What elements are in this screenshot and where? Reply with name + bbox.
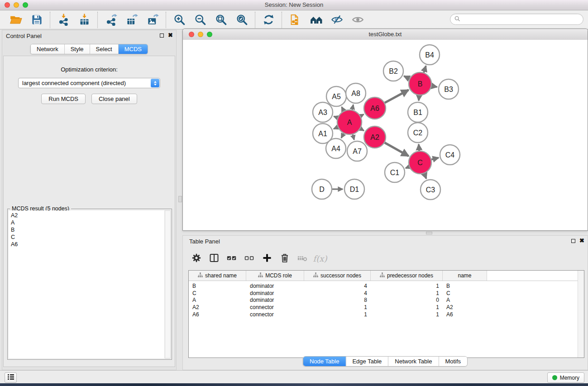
split-columns-button[interactable] <box>206 251 222 266</box>
search-input[interactable] <box>463 15 579 23</box>
graph-node-A4[interactable]: A4 <box>326 138 346 158</box>
graph-node-A6[interactable]: A6 <box>364 97 386 119</box>
graph-node-A2[interactable]: A2 <box>364 126 386 148</box>
column-header-predecessor-nodes[interactable]: predecessor nodes <box>371 271 443 281</box>
graph-node-D1[interactable]: D1 <box>344 179 364 199</box>
gear-button[interactable] <box>188 251 205 266</box>
table-float-panel-icon[interactable] <box>571 239 575 243</box>
horizontal-splitter-handle[interactable] <box>426 232 432 234</box>
tab-network-table[interactable]: Network Table <box>388 357 438 366</box>
close-panel-icon[interactable]: ✖ <box>168 33 173 38</box>
graph-node-A8[interactable]: A8 <box>346 83 366 103</box>
table-cell[interactable]: connector <box>246 304 304 310</box>
table-cell[interactable]: A <box>189 297 246 303</box>
graph-edge-C-C2[interactable] <box>419 144 419 151</box>
table-cell[interactable]: A2 <box>189 304 246 310</box>
close-panel-button[interactable]: Close panel <box>91 94 137 104</box>
table-cell[interactable]: A6 <box>443 311 487 318</box>
table-cell[interactable]: 1 <box>304 304 371 310</box>
graph-edge-A2-C[interactable] <box>385 143 409 156</box>
table-cell[interactable]: 1 <box>304 311 371 318</box>
optimization-criterion-select[interactable]: largest connected component (directed) <box>18 78 160 88</box>
graph-edge-B-B4[interactable] <box>424 66 426 73</box>
minimize-button[interactable] <box>14 2 19 8</box>
table-cell[interactable]: 1 <box>371 311 443 318</box>
table-cell[interactable]: 1 <box>371 304 443 310</box>
close-button[interactable] <box>5 2 10 8</box>
graph-node-C2[interactable]: C2 <box>408 123 428 143</box>
graph-edge-C-C4[interactable] <box>431 157 439 159</box>
trash-button[interactable] <box>277 251 293 266</box>
table-cell[interactable]: B <box>443 283 487 289</box>
graph-node-B1[interactable]: B1 <box>408 102 428 122</box>
graph-edge-A-A5[interactable] <box>342 107 344 111</box>
graph-node-A[interactable]: A <box>337 110 362 134</box>
graph-edge-C-C1[interactable] <box>406 167 409 168</box>
save-button[interactable] <box>28 12 46 28</box>
graph-edge-A6-B[interactable] <box>385 90 408 103</box>
memory-button[interactable]: Memory <box>547 372 584 383</box>
table-cell[interactable]: 4 <box>304 283 371 289</box>
table-cell[interactable]: 8 <box>304 297 371 303</box>
graph-edge-A-A4[interactable] <box>341 133 344 138</box>
column-header-successor-nodes[interactable]: successor nodes <box>304 271 371 281</box>
table-cell[interactable]: dominator <box>246 290 304 296</box>
table-cell[interactable]: 1 <box>371 283 443 289</box>
deselect-all-button[interactable] <box>241 251 258 266</box>
result-list-item[interactable]: A <box>9 219 164 226</box>
net-zoom-button[interactable] <box>207 32 212 37</box>
graph-edge-A-A3[interactable] <box>334 116 337 118</box>
result-list-item[interactable]: C <box>9 234 164 241</box>
table-scrollbar[interactable] <box>578 271 584 357</box>
table-cell[interactable]: A <box>443 297 487 303</box>
column-header-MCDS-role[interactable]: MCDS role <box>246 271 304 281</box>
graph-node-A7[interactable]: A7 <box>347 141 367 161</box>
graph-edge-A-A6[interactable] <box>360 114 363 116</box>
import-table-button[interactable] <box>75 12 93 28</box>
zoom-out-button[interactable] <box>191 12 209 28</box>
hide-eye-button[interactable] <box>328 12 346 28</box>
graph-node-C1[interactable]: C1 <box>385 162 405 182</box>
homes-button[interactable] <box>307 12 325 28</box>
result-scrollbar[interactable] <box>165 210 171 358</box>
column-header-name[interactable]: name <box>443 271 487 281</box>
table-close-panel-icon[interactable]: ✖ <box>579 238 584 243</box>
table-cell[interactable]: C <box>189 290 246 296</box>
result-list-item[interactable]: A2 <box>9 212 164 219</box>
search-box[interactable] <box>450 14 583 25</box>
graph-edge-B-B2[interactable] <box>404 76 409 79</box>
graph-node-C[interactable]: C <box>409 151 431 174</box>
table-cell[interactable]: dominator <box>246 283 304 289</box>
add-button[interactable] <box>259 251 275 266</box>
run-mcds-button[interactable]: Run MCDS <box>41 94 86 104</box>
tab-style[interactable]: Style <box>64 44 90 54</box>
task-history-button[interactable] <box>5 372 17 383</box>
graph-edge-A-A2[interactable] <box>360 129 364 131</box>
tab-select[interactable]: Select <box>90 44 118 54</box>
graph-node-B[interactable]: B <box>409 72 431 95</box>
table-cell[interactable]: A2 <box>443 304 487 310</box>
graph-node-B2[interactable]: B2 <box>383 61 403 81</box>
table-cell[interactable]: 1 <box>371 290 443 296</box>
table-cell[interactable]: 4 <box>304 290 371 296</box>
graph-node-D[interactable]: D <box>312 179 332 199</box>
graph-edge-A-A1[interactable] <box>334 127 338 129</box>
column-header-shared-name[interactable]: shared name <box>189 271 246 281</box>
graph-edge-C-C3[interactable] <box>424 173 426 178</box>
table-cell[interactable]: A6 <box>189 311 246 318</box>
tab-node-table[interactable]: Node Table <box>303 357 346 366</box>
network-canvas[interactable]: AA6A2BCA1A3A4A5A7A8B1B2B3B4C1C2C3C4DD1 <box>183 40 588 230</box>
open-folder-button[interactable] <box>7 12 25 28</box>
graph-node-B3[interactable]: B3 <box>439 79 459 99</box>
graph-node-A3[interactable]: A3 <box>313 102 333 122</box>
doc-network-button[interactable] <box>286 12 304 28</box>
table-cell[interactable]: C <box>443 290 487 296</box>
export-network-button[interactable] <box>102 12 120 28</box>
select-all-button[interactable] <box>224 251 240 266</box>
table-cell[interactable]: 0 <box>371 297 443 303</box>
zoom-in-button[interactable] <box>170 12 188 28</box>
net-minimize-button[interactable] <box>198 32 203 37</box>
table-cell[interactable]: dominator <box>246 297 304 303</box>
tab-mcds[interactable]: MCDS <box>118 44 148 54</box>
zoom-selected-button[interactable] <box>233 12 251 28</box>
